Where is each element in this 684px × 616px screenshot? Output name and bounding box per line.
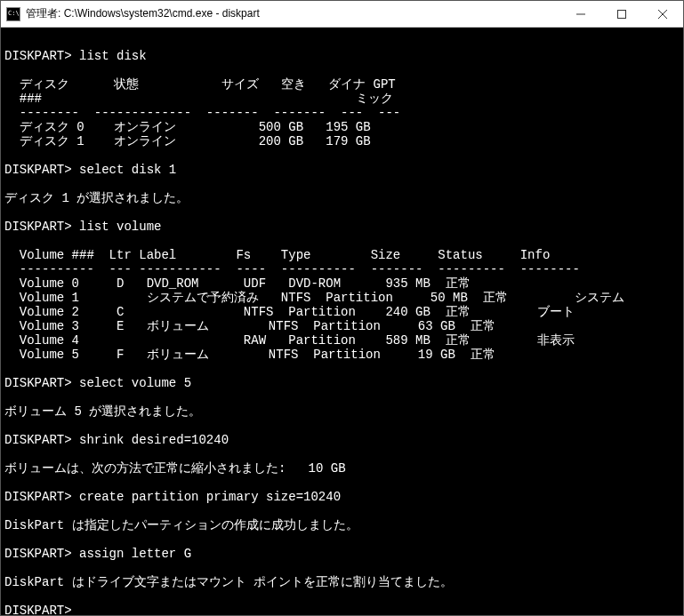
terminal-output[interactable]: DISKPART> list disk ディスク 状態 サイズ 空き ダイナ G… <box>1 28 683 615</box>
blank-line <box>4 561 683 575</box>
prompt: DISKPART> <box>4 376 79 390</box>
prompt: DISKPART> <box>4 49 79 63</box>
table-row: ディスク 0 オンライン 500 GB 195 GB <box>4 120 683 134</box>
command-text: shrink desired=10240 <box>79 433 229 447</box>
blank-line <box>4 177 683 191</box>
message-text: ボリューム 5 が選択されました。 <box>4 404 683 419</box>
table-row: Volume 4 RAW Partition 589 MB 正常 非表示 <box>4 333 683 348</box>
blank-line <box>4 148 683 163</box>
table-row: Volume 0 D DVD_ROM UDF DVD-ROM 935 MB 正常 <box>4 276 683 291</box>
disk-table-header2: ### ミック <box>4 92 683 106</box>
table-row: Volume 5 F ボリューム NTFS Partition 19 GB 正常 <box>4 348 683 362</box>
blank-line <box>4 35 683 49</box>
table-row: Volume 1 システムで予約済み NTFS Partition 50 MB … <box>4 291 683 305</box>
svg-rect-1 <box>618 10 626 18</box>
command-text: create partition primary size=10240 <box>79 490 341 504</box>
blank-line <box>4 419 683 433</box>
message-text: DiskPart は指定したパーティションの作成に成功しました。 <box>4 518 683 532</box>
blank-line <box>4 504 683 518</box>
cmd-icon <box>6 7 20 21</box>
prompt: DISKPART> <box>4 433 79 447</box>
prompt: DISKPART> <box>4 547 79 561</box>
blank-line <box>4 63 683 77</box>
prompt: DISKPART> <box>4 163 79 177</box>
window-controls <box>560 1 683 27</box>
prompt-cursor[interactable]: DISKPART> <box>4 604 79 615</box>
message-text: ディスク 1 が選択されました。 <box>4 191 683 205</box>
maximize-button[interactable] <box>601 1 642 27</box>
message-text: ボリュームは、次の方法で正常に縮小されました: 10 GB <box>4 461 683 476</box>
message-text: DiskPart はドライブ文字またはマウント ポイントを正常に割り当てました。 <box>4 575 683 589</box>
close-button[interactable] <box>642 1 683 27</box>
command-text: list disk <box>79 49 147 63</box>
window-title: 管理者: C:\Windows\system32\cmd.exe - diskp… <box>26 6 560 21</box>
disk-table-header: ディスク 状態 サイズ 空き ダイナ GPT <box>4 77 683 92</box>
table-row: Volume 2 C NTFS Partition 240 GB 正常 ブート <box>4 305 683 319</box>
prompt: DISKPART> <box>4 490 79 504</box>
table-rule: -------- ------------- ------- ------- -… <box>4 106 683 120</box>
command-text: select volume 5 <box>79 376 191 390</box>
blank-line <box>4 447 683 461</box>
blank-line <box>4 205 683 220</box>
prompt: DISKPART> <box>4 220 79 234</box>
table-rule: ---------- --- ----------- ---- --------… <box>4 262 683 276</box>
blank-line <box>4 390 683 404</box>
blank-line <box>4 589 683 604</box>
console-window: 管理者: C:\Windows\system32\cmd.exe - diskp… <box>0 0 684 616</box>
command-text: select disk 1 <box>79 163 176 177</box>
table-row: Volume 3 E ボリューム NTFS Partition 63 GB 正常 <box>4 319 683 333</box>
table-row: ディスク 1 オンライン 200 GB 179 GB <box>4 134 683 148</box>
minimize-button[interactable] <box>560 1 601 27</box>
volume-table-header: Volume ### Ltr Label Fs Type Size Status… <box>4 248 683 262</box>
titlebar[interactable]: 管理者: C:\Windows\system32\cmd.exe - diskp… <box>1 1 683 28</box>
blank-line <box>4 532 683 547</box>
blank-line <box>4 234 683 248</box>
blank-line <box>4 476 683 490</box>
blank-line <box>4 362 683 376</box>
command-text: list volume <box>79 220 161 234</box>
command-text: assign letter G <box>79 547 191 561</box>
